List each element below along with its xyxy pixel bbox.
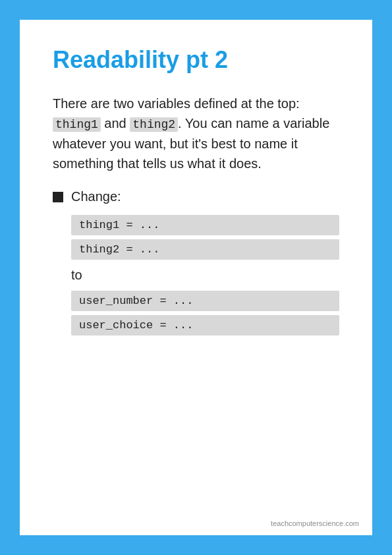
bullet-label: Change: — [71, 189, 121, 204]
inline-code-thing2: thing2 — [130, 117, 178, 132]
code-block-user-choice: user_choice = ... — [71, 315, 339, 336]
code-block-user-number: user_number = ... — [71, 291, 339, 311]
code-block-thing1: thing1 = ... — [71, 215, 339, 235]
inline-code-thing1: thing1 — [53, 117, 101, 132]
intro-text-part2: and — [101, 116, 130, 131]
page-border: Readability pt 2 There are two variables… — [0, 0, 392, 555]
intro-paragraph: There are two variables defined at the t… — [53, 94, 339, 173]
bullet-item-change: Change: — [53, 189, 339, 204]
to-label: to — [71, 268, 339, 283]
page-content: Readability pt 2 There are two variables… — [20, 20, 372, 535]
page-title: Readability pt 2 — [53, 46, 339, 74]
intro-text-part1: There are two variables defined at the t… — [53, 96, 300, 111]
watermark: teachcomputerscience.com — [271, 519, 359, 527]
bullet-square-icon — [53, 192, 63, 202]
code-block-thing2: thing2 = ... — [71, 239, 339, 260]
